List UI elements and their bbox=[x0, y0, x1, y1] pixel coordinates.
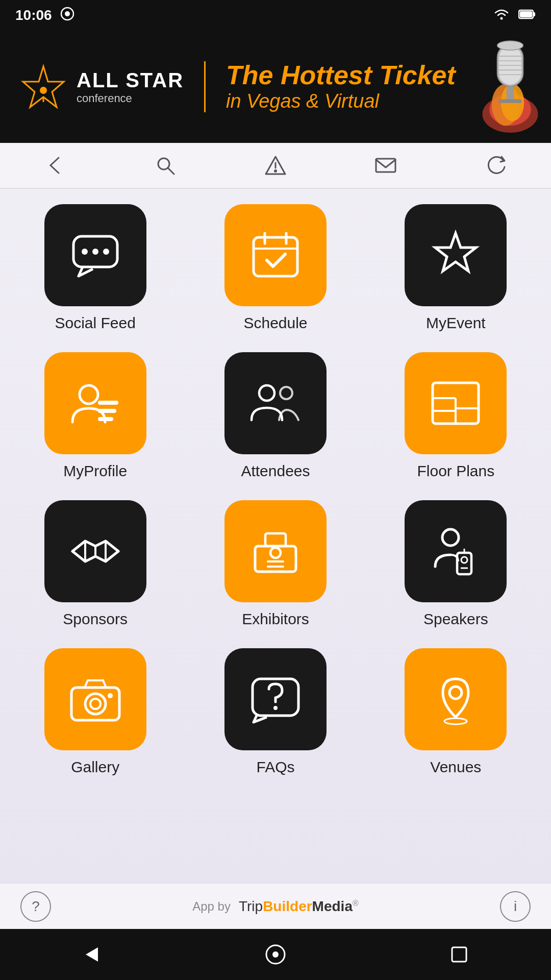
grid-label-myevent: MyEvent bbox=[426, 314, 486, 332]
icon-box-social-feed bbox=[44, 204, 146, 306]
svg-point-30 bbox=[103, 249, 109, 255]
grid-item-myevent[interactable]: MyEvent bbox=[381, 204, 531, 332]
svg-rect-5 bbox=[533, 12, 535, 16]
status-time: 10:06 bbox=[15, 7, 52, 23]
refresh-button[interactable] bbox=[481, 150, 511, 181]
grid-item-venues[interactable]: Venues bbox=[381, 648, 531, 776]
svg-point-61 bbox=[85, 694, 106, 714]
brand-name: ALL STAR bbox=[77, 69, 184, 92]
header-divider bbox=[204, 61, 206, 112]
svg-point-25 bbox=[275, 170, 277, 172]
svg-marker-35 bbox=[435, 233, 476, 271]
microphone-illustration bbox=[469, 31, 551, 133]
grid-item-floor-plans[interactable]: Floor Plans bbox=[381, 352, 531, 480]
grid-label-speakers: Speakers bbox=[423, 610, 488, 628]
svg-point-65 bbox=[273, 706, 278, 710]
icon-box-attendees bbox=[224, 352, 327, 454]
info-button[interactable]: i bbox=[500, 891, 531, 922]
grid-item-faqs[interactable]: FAQs bbox=[201, 648, 350, 776]
alert-button[interactable] bbox=[260, 150, 291, 181]
svg-point-62 bbox=[90, 699, 101, 709]
svg-rect-19 bbox=[507, 86, 514, 100]
icon-box-faqs bbox=[224, 648, 327, 750]
grid-label-venues: Venues bbox=[430, 758, 481, 776]
icon-box-exhibitors bbox=[224, 500, 327, 602]
svg-rect-71 bbox=[452, 947, 466, 962]
search-button[interactable] bbox=[150, 150, 181, 181]
footer-brand: App by TripBuilderMedia® bbox=[192, 898, 359, 915]
svg-point-1 bbox=[65, 11, 70, 16]
grid-label-attendees: Attendees bbox=[241, 462, 310, 480]
brand-name-block: ALL STAR conference bbox=[77, 69, 184, 105]
icon-box-myprofile bbox=[44, 352, 146, 454]
mail-button[interactable] bbox=[370, 150, 401, 181]
grid-label-myprofile: MyProfile bbox=[63, 462, 127, 480]
svg-rect-37 bbox=[98, 401, 118, 405]
svg-rect-39 bbox=[98, 417, 113, 421]
grid-item-speakers[interactable]: Speakers bbox=[381, 500, 531, 628]
svg-line-23 bbox=[168, 168, 174, 174]
footer: ? App by TripBuilderMedia® i bbox=[0, 883, 551, 929]
svg-point-63 bbox=[108, 693, 113, 698]
nav-recents[interactable] bbox=[439, 934, 480, 975]
svg-point-41 bbox=[280, 387, 292, 399]
icon-box-venues bbox=[405, 648, 507, 750]
svg-point-52 bbox=[270, 548, 281, 558]
header-tagline-2: in Vegas & Virtual bbox=[226, 90, 456, 113]
icon-box-gallery bbox=[44, 648, 146, 750]
svg-point-21 bbox=[497, 41, 523, 50]
grid-item-schedule[interactable]: Schedule bbox=[201, 204, 350, 332]
android-nav-bar bbox=[0, 929, 551, 980]
back-button[interactable] bbox=[40, 150, 70, 181]
tripbuilder-logo: TripBuilderMedia® bbox=[239, 898, 359, 915]
svg-point-29 bbox=[92, 249, 98, 255]
status-icon-circle bbox=[60, 7, 74, 24]
svg-rect-26 bbox=[376, 159, 395, 172]
icon-box-schedule bbox=[224, 204, 327, 306]
svg-point-66 bbox=[449, 687, 462, 699]
svg-point-7 bbox=[40, 87, 47, 94]
status-bar: 10:06 bbox=[0, 0, 551, 31]
svg-marker-68 bbox=[86, 947, 98, 962]
icon-box-sponsors bbox=[44, 500, 146, 602]
svg-point-55 bbox=[442, 529, 459, 546]
grid-item-exhibitors[interactable]: Exhibitors bbox=[201, 500, 350, 628]
svg-rect-20 bbox=[498, 100, 521, 103]
help-button[interactable]: ? bbox=[20, 891, 51, 922]
grid-label-social-feed: Social Feed bbox=[55, 314, 135, 332]
nav-back[interactable] bbox=[71, 934, 112, 975]
grid-label-exhibitors: Exhibitors bbox=[242, 610, 309, 628]
svg-point-67 bbox=[444, 718, 467, 724]
main-content: Social Feed Schedule MyEvent MyProfile A… bbox=[0, 189, 551, 883]
svg-rect-38 bbox=[98, 409, 116, 413]
icon-box-speakers bbox=[405, 500, 507, 602]
icon-box-myevent bbox=[405, 204, 507, 306]
battery-icon bbox=[518, 7, 536, 23]
svg-rect-31 bbox=[254, 237, 297, 276]
grid-item-gallery[interactable]: Gallery bbox=[20, 648, 170, 776]
header-banner: ALL STAR conference The Hottest Ticket i… bbox=[0, 31, 551, 143]
svg-point-40 bbox=[259, 385, 274, 401]
grid-label-sponsors: Sponsors bbox=[63, 610, 128, 628]
header-tagline-1: The Hottest Ticket bbox=[226, 61, 456, 90]
logo-star-icon bbox=[20, 64, 66, 110]
app-by-label: App by bbox=[192, 899, 231, 914]
wifi-icon bbox=[493, 7, 510, 24]
grid-label-gallery: Gallery bbox=[71, 758, 119, 776]
svg-point-57 bbox=[461, 557, 467, 563]
svg-point-70 bbox=[272, 951, 279, 958]
toolbar bbox=[0, 143, 551, 189]
grid-item-social-feed[interactable]: Social Feed bbox=[20, 204, 170, 332]
svg-rect-4 bbox=[520, 11, 532, 17]
nav-home[interactable] bbox=[255, 934, 296, 975]
grid-label-floor-plans: Floor Plans bbox=[417, 462, 494, 480]
app-grid: Social Feed Schedule MyEvent MyProfile A… bbox=[20, 204, 531, 776]
grid-item-myprofile[interactable]: MyProfile bbox=[20, 352, 170, 480]
icon-box-floor-plans bbox=[405, 352, 507, 454]
svg-rect-51 bbox=[265, 533, 286, 546]
grid-item-sponsors[interactable]: Sponsors bbox=[20, 500, 170, 628]
grid-label-schedule: Schedule bbox=[243, 314, 307, 332]
grid-item-attendees[interactable]: Attendees bbox=[201, 352, 350, 480]
brand-sub: conference bbox=[77, 92, 132, 105]
svg-point-2 bbox=[500, 17, 503, 19]
